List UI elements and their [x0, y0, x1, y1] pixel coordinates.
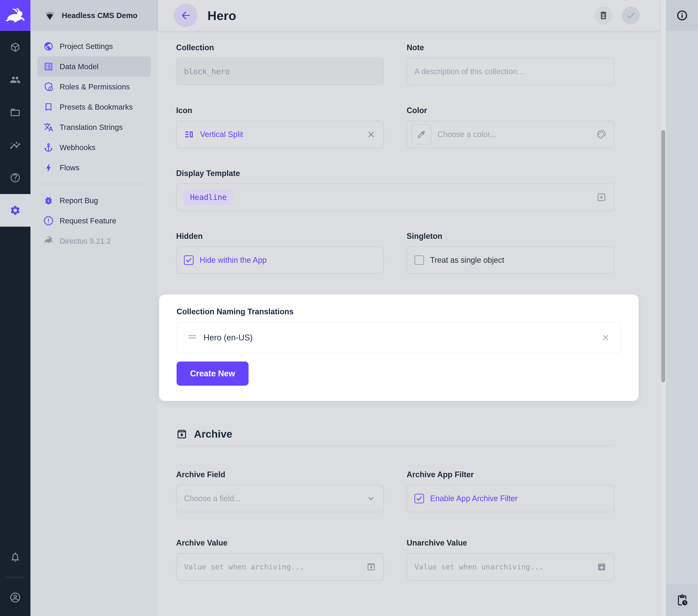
singleton-input[interactable]: Treat as single object [407, 246, 614, 274]
info-sidebar-toggle[interactable] [666, 0, 698, 31]
module-settings[interactable] [0, 194, 30, 227]
project-header[interactable]: Headless CMS Demo [30, 0, 158, 31]
collection-settings-form: Collection block_hero Note A description… [158, 31, 660, 580]
sidebar-item-request-feature[interactable]: Request Feature [38, 210, 151, 231]
check-icon [626, 10, 636, 20]
drag-handle-icon[interactable] [187, 333, 197, 342]
note-input[interactable]: A description of this collection... [407, 58, 614, 85]
archive-value-field: Archive Value Value set when archiving..… [176, 538, 384, 580]
sidebar-item-roles-permissions[interactable]: Roles & Permissions [38, 77, 151, 97]
sidebar-item-label: Presets & Bookmarks [59, 102, 133, 111]
save-button[interactable] [622, 6, 640, 24]
singleton-field: Singleton Treat as single object [407, 232, 614, 274]
module-insights[interactable] [0, 129, 30, 161]
people-icon [10, 74, 20, 85]
sidebar-item-presets-bookmarks[interactable]: Presets & Bookmarks [38, 97, 151, 117]
globe-icon [43, 41, 54, 51]
bookmark-icon [43, 102, 54, 112]
scrollbar-thumb[interactable] [661, 130, 665, 382]
archive-value-input[interactable]: Value set when archiving... [176, 553, 384, 580]
archive-heading-text: Archive [194, 428, 232, 440]
singleton-checkbox-unchecked[interactable] [415, 255, 424, 265]
connection-signal-icon [44, 10, 56, 21]
hidden-input[interactable]: Hide within the App [176, 246, 384, 274]
sidebar-item-data-model[interactable]: Data Model [38, 56, 151, 77]
sidebar-item-translation-strings[interactable]: Translation Strings [38, 117, 151, 137]
main-content: Hero [158, 0, 660, 616]
eyedropper-button[interactable] [411, 124, 431, 145]
delete-collection-button[interactable] [595, 6, 612, 24]
sidebar-item-label: Project Settings [59, 42, 113, 51]
archive-section-heading: Archive [176, 428, 614, 440]
directus-logo-button[interactable] [0, 0, 30, 31]
sidebar-item-project-settings[interactable]: Project Settings [38, 36, 151, 56]
display-template-input[interactable]: Headline [176, 183, 614, 211]
display-template-field: Display Template Headline [176, 169, 614, 211]
trash-icon [598, 11, 609, 20]
directus-rabbit-logo-icon [5, 8, 26, 23]
sidebar-item-report-bug[interactable]: Report Bug [38, 190, 151, 210]
template-field-chip[interactable]: Headline [184, 190, 233, 205]
archive-field-select[interactable]: Choose a field... [176, 485, 384, 512]
revisions-sidebar-toggle[interactable] [666, 584, 698, 616]
add-field-button[interactable] [597, 192, 606, 202]
collection-value: block_hero [184, 67, 230, 76]
hidden-checkbox-checked[interactable] [184, 255, 194, 265]
module-user-directory[interactable] [0, 64, 30, 96]
content-scrollbar[interactable] [660, 0, 666, 616]
directus-rabbit-small-icon [43, 236, 54, 246]
module-bar-divider [5, 577, 25, 578]
user-circle-icon [9, 592, 21, 603]
sidebar-item-flows[interactable]: Flows [38, 158, 151, 178]
insights-icon [10, 140, 20, 151]
icon-label: Icon [176, 106, 384, 115]
singleton-label: Singleton [407, 232, 614, 241]
notifications-button[interactable] [10, 545, 21, 569]
unarchive-value-label: Unarchive Value [407, 538, 614, 547]
archive-filter-checkbox-checked[interactable] [415, 494, 424, 503]
module-documentation[interactable] [0, 161, 30, 194]
sidebar-item-label: Roles & Permissions [59, 82, 130, 91]
clear-icon-button[interactable] [366, 129, 376, 139]
archive-app-filter-field: Archive App Filter Enable App Archive Fi… [407, 470, 614, 512]
clipboard-clock-icon [676, 594, 688, 606]
back-button[interactable] [174, 4, 197, 27]
note-label: Note [407, 43, 614, 52]
module-collections[interactable] [0, 31, 30, 64]
palette-icon [597, 129, 606, 139]
page-header: Hero [158, 0, 660, 31]
translation-item-value: Hero (en-US) [204, 333, 253, 342]
unarchive-value-field: Unarchive Value Value set when unarchivi… [407, 538, 614, 580]
archive-app-filter-input[interactable]: Enable App Archive Filter [407, 485, 614, 512]
chevron-down-icon [366, 494, 376, 504]
icon-input[interactable]: Vertical Split [176, 121, 384, 148]
box-icon [10, 42, 20, 53]
sidebar-item-webhooks[interactable]: Webhooks [38, 137, 151, 158]
sidebar-item-label: Request Feature [59, 216, 116, 225]
display-template-label: Display Template [176, 169, 614, 178]
sidebar-version: Directus 9.21.2 [38, 231, 151, 251]
translation-list-item[interactable]: Hero (en-US) [177, 322, 621, 353]
settings-nav: Project Settings Data Model [30, 31, 158, 251]
unarchive-up-icon [597, 562, 606, 572]
remove-translation-button[interactable] [601, 333, 610, 342]
shield-person-icon [43, 82, 54, 92]
gear-icon [10, 205, 21, 216]
archive-value-label: Archive Value [176, 538, 384, 547]
hidden-field: Hidden Hide within the App [176, 232, 384, 274]
account-button[interactable] [9, 586, 21, 610]
module-file-library[interactable] [0, 96, 30, 129]
color-input[interactable]: Choose a color... [407, 121, 614, 148]
unarchive-value-input[interactable]: Value set when unarchiving... [407, 553, 614, 580]
folder-icon [10, 107, 20, 118]
bug-icon [43, 195, 54, 206]
archive-filter-checkbox-label: Enable App Archive Filter [430, 494, 517, 503]
sidebar-item-label: Flows [59, 163, 79, 172]
create-new-button[interactable]: Create New [177, 361, 249, 386]
archive-down-icon [366, 562, 376, 572]
archive-field-label: Archive Field [176, 470, 384, 479]
sidebar-item-label: Webhooks [59, 143, 96, 152]
list-alt-icon [43, 61, 54, 71]
page-title: Hero [207, 8, 236, 23]
vertical-split-icon [184, 129, 194, 139]
